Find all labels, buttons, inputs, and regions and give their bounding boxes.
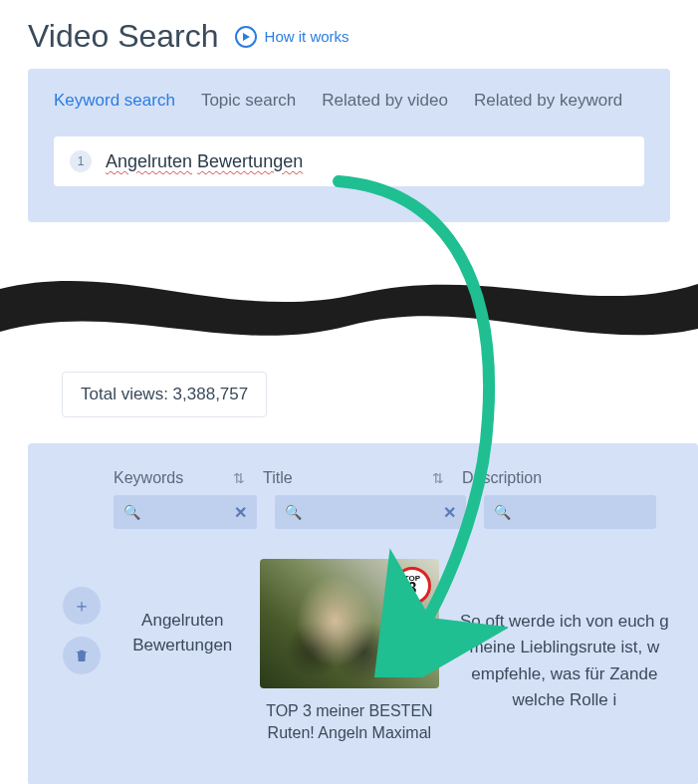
search-icon: 🔍 (123, 504, 140, 520)
cell-description: So oft werde ich von euch g meine Liebli… (445, 559, 674, 713)
video-thumbnail[interactable]: TOP 3 (260, 559, 439, 688)
search-term: Angelruten Bewertungen (106, 151, 303, 172)
filter-title[interactable]: 🔍 ✕ (275, 495, 466, 529)
total-views-value: 3,388,757 (173, 385, 249, 403)
table-row: ＋ Angelruten Bewertungen TOP 3 TOP 3 mei… (28, 529, 698, 745)
top-badge: TOP 3 (393, 567, 431, 605)
clear-icon[interactable]: ✕ (234, 503, 247, 522)
add-button[interactable]: ＋ (63, 587, 101, 625)
play-icon (235, 26, 257, 48)
delete-button[interactable] (63, 637, 101, 674)
total-views-box: Total views: 3,388,757 (62, 372, 267, 417)
sort-icon[interactable]: ⇅ (233, 470, 245, 486)
tab-related-keyword[interactable]: Related by keyword (474, 91, 622, 111)
tab-keyword-search[interactable]: Keyword search (54, 91, 175, 111)
search-panel: Keyword search Topic search Related by v… (28, 69, 670, 222)
trash-icon (74, 648, 90, 663)
column-header-keywords[interactable]: Keywords ⇅ (114, 469, 263, 487)
filter-description[interactable]: 🔍 (484, 495, 656, 529)
video-title: TOP 3 meiner BESTEN Ruten! Angeln Maxima… (254, 700, 445, 745)
filter-keywords[interactable]: 🔍 ✕ (114, 495, 257, 529)
total-views-label: Total views: (81, 385, 173, 403)
search-icon: 🔍 (285, 504, 302, 520)
page-title: Video Search (28, 18, 219, 55)
results-panel: Keywords ⇅ Title ⇅ Description 🔍 ✕ 🔍 ✕ 🔍 (28, 443, 698, 784)
cell-title: TOP 3 TOP 3 meiner BESTEN Ruten! Angeln … (254, 559, 445, 745)
column-header-title[interactable]: Title ⇅ (263, 469, 462, 487)
sort-icon[interactable]: ⇅ (432, 470, 444, 486)
column-header-description[interactable]: Description (462, 469, 641, 487)
tab-related-video[interactable]: Related by video (322, 91, 448, 111)
cell-keywords: Angelruten Bewertungen (111, 559, 254, 657)
search-tabs: Keyword search Topic search Related by v… (54, 91, 644, 111)
content-break (0, 254, 698, 354)
tab-topic-search[interactable]: Topic search (201, 91, 296, 111)
search-input-row[interactable]: 1 Angelruten Bewertungen (54, 136, 644, 186)
search-icon: 🔍 (494, 504, 511, 520)
how-it-works-label: How it works (265, 28, 349, 45)
how-it-works-link[interactable]: How it works (235, 26, 349, 48)
search-index-badge: 1 (70, 150, 92, 172)
clear-icon[interactable]: ✕ (443, 503, 456, 522)
